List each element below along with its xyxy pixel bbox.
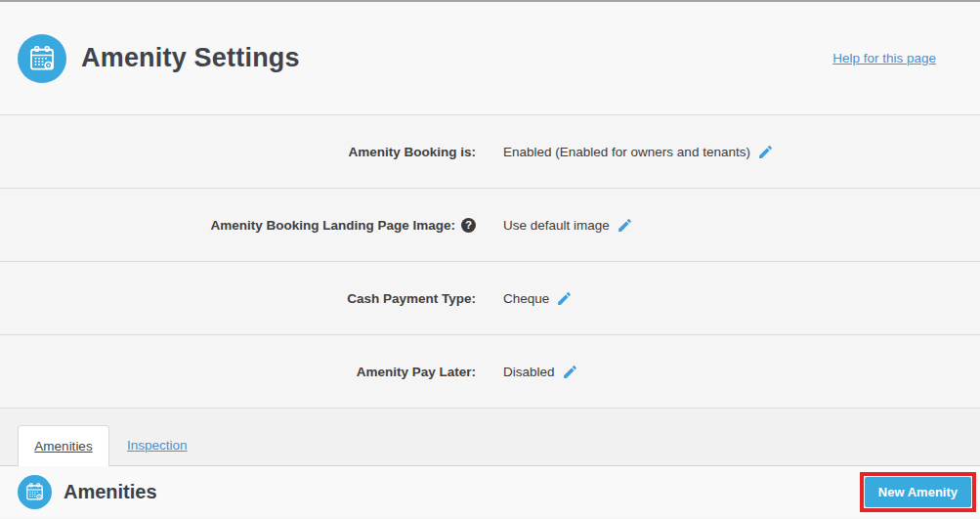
edit-pencil-icon[interactable] [556, 290, 573, 307]
setting-value-group: Cheque [503, 290, 573, 307]
setting-row-amenity-pay-later: Amenity Pay Later: Disabled [0, 334, 980, 408]
setting-label: Cash Payment Type: [0, 291, 476, 306]
setting-value-group: Disabled [503, 364, 578, 380]
tab-amenities-label: Amenities [34, 439, 92, 454]
calendar-gear-icon [18, 475, 52, 509]
setting-value: Disabled [503, 365, 555, 379]
amenity-settings-page: Amenity Settings Help for this page Amen… [0, 0, 980, 519]
setting-label: Amenity Pay Later: [0, 365, 476, 379]
settings-list: Amenity Booking is: Enabled (Enabled for… [0, 114, 980, 408]
setting-value-group: Use default image [503, 217, 633, 234]
setting-value-group: Enabled (Enabled for owners and tenants) [503, 144, 774, 160]
help-for-this-page-link[interactable]: Help for this page [832, 51, 936, 65]
setting-value: Cheque [503, 291, 549, 306]
edit-pencil-icon[interactable] [757, 144, 774, 160]
amenities-section-header: Amenities New Amenity [0, 466, 980, 518]
new-amenity-button[interactable]: New Amenity [865, 477, 971, 507]
setting-label: Amenity Booking Landing Page Image: [210, 218, 455, 233]
page-header: Amenity Settings Help for this page [0, 2, 980, 114]
section-title: Amenities [64, 481, 157, 503]
edit-pencil-icon[interactable] [617, 217, 633, 234]
tab-amenities[interactable]: Amenities [18, 425, 109, 466]
setting-label-group: Amenity Booking Landing Page Image: ? [0, 218, 476, 233]
setting-value: Use default image [503, 218, 610, 233]
calendar-gear-icon [18, 34, 66, 83]
red-annotation-box: New Amenity [860, 472, 976, 512]
tab-strip: Amenities Inspection [0, 408, 980, 466]
tab-inspection[interactable]: Inspection [127, 438, 188, 453]
setting-row-amenity-booking: Amenity Booking is: Enabled (Enabled for… [0, 114, 980, 188]
page-title: Amenity Settings [81, 43, 300, 73]
setting-row-landing-page-image: Amenity Booking Landing Page Image: ? Us… [0, 188, 980, 261]
edit-pencil-icon[interactable] [562, 364, 578, 380]
setting-row-cash-payment-type: Cash Payment Type: Cheque [0, 261, 980, 334]
setting-label: Amenity Booking is: [0, 145, 476, 159]
setting-value: Enabled (Enabled for owners and tenants) [503, 145, 750, 159]
question-mark-help-icon[interactable]: ? [461, 218, 476, 233]
